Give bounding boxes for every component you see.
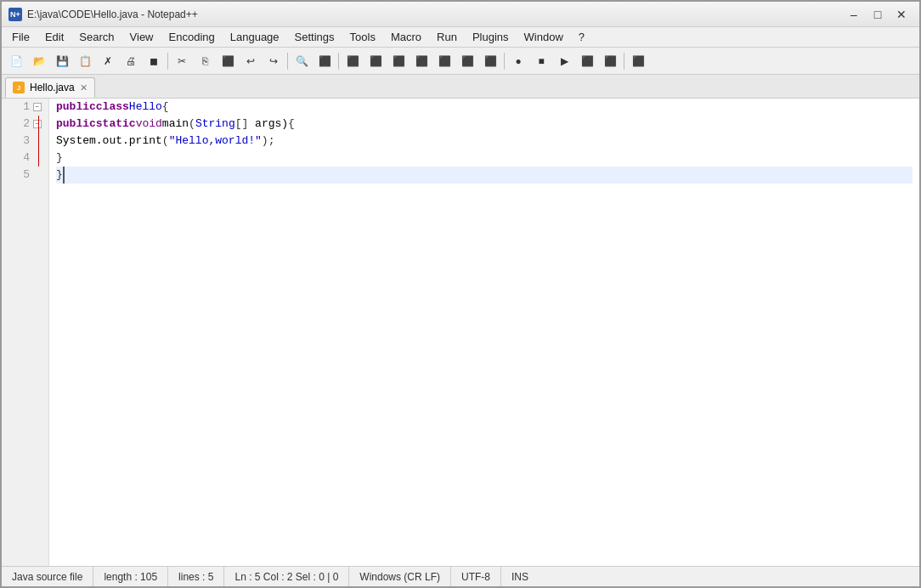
line-number-row-empty — [2, 387, 48, 404]
window-title: E:\java\CODE\Hello.java - Notepad++ — [27, 8, 843, 20]
code-area[interactable]: public class Hello{ public static void m… — [49, 99, 919, 566]
menu-item-window[interactable]: Window — [517, 29, 570, 45]
title-bar: N+ E:\java\CODE\Hello.java - Notepad++ –… — [2, 2, 919, 27]
menu-bar: FileEditSearchViewEncodingLanguageSettin… — [2, 27, 919, 48]
code-line-empty — [56, 302, 913, 319]
menu-item-macro[interactable]: Macro — [384, 29, 428, 45]
line-ending-status: Windows (CR LF) — [349, 567, 451, 586]
save-all-btn2[interactable]: 📋 — [74, 51, 96, 71]
code-line-empty — [56, 540, 913, 557]
fold-spacer — [33, 171, 42, 179]
menu-item-edit[interactable]: Edit — [38, 29, 71, 45]
btn-i[interactable]: ⬛ — [627, 51, 649, 71]
code-line-empty — [56, 201, 913, 218]
tab-file-icon: J — [13, 82, 25, 93]
fold-spacer — [33, 137, 42, 145]
menu-item-view[interactable]: View — [123, 29, 161, 45]
code-line-empty — [56, 523, 913, 540]
line-number-row-empty — [2, 489, 48, 506]
tab-hello-java[interactable]: J Hello.java ✕ — [5, 77, 95, 98]
menu-item-tools[interactable]: Tools — [343, 29, 382, 45]
btn-g[interactable]: ⬛ — [576, 51, 598, 71]
print-btn2[interactable]: 🖨 — [120, 51, 142, 71]
code-line: } — [56, 150, 913, 167]
position-status: Ln : 5 Col : 2 Sel : 0 | 0 — [224, 567, 349, 586]
code-line-empty — [56, 506, 913, 523]
code-line-empty — [56, 319, 913, 336]
line-number-row-empty — [2, 506, 48, 523]
line-number-row-empty — [2, 184, 48, 201]
find-btn2[interactable]: 🔍 — [291, 51, 313, 71]
menu-item-file[interactable]: File — [5, 29, 37, 45]
btn-h[interactable]: ⬛ — [599, 51, 621, 71]
code-line-empty — [56, 218, 913, 235]
save-btn2[interactable]: 💾 — [51, 51, 73, 71]
find-inc-btn[interactable]: ⬛ — [314, 51, 336, 71]
minimize-button[interactable]: – — [843, 6, 865, 23]
tab-close-button[interactable]: ✕ — [80, 82, 88, 93]
code-line-empty — [56, 235, 913, 252]
line-number-row-empty — [2, 421, 48, 438]
menu-item-?[interactable]: ? — [572, 29, 591, 45]
toolbar-separator — [338, 53, 339, 70]
toolbar-separator — [624, 53, 624, 70]
code-line-empty — [56, 336, 913, 353]
code-line: System.out.print("Hello,world!"); — [56, 133, 913, 150]
rec-btn[interactable]: ● — [507, 51, 529, 71]
app-icon: N+ — [8, 8, 22, 21]
btn-b[interactable]: ⬛ — [387, 51, 410, 71]
cut-btn2[interactable]: ✂ — [171, 51, 193, 71]
code-line: public static void main(String[] args){ — [56, 116, 913, 133]
line-number-row-empty — [2, 218, 48, 235]
btn-c[interactable]: ⬛ — [410, 51, 432, 71]
fold-marker[interactable]: − — [33, 103, 42, 111]
line-number-row-empty — [2, 557, 48, 566]
line-number-row-empty — [2, 455, 48, 472]
new-btn[interactable]: 📄 — [5, 51, 27, 71]
menu-item-run[interactable]: Run — [430, 29, 464, 45]
encoding-status: UTF-8 — [451, 567, 501, 586]
line-number: 3 — [13, 133, 30, 150]
menu-item-plugins[interactable]: Plugins — [466, 29, 516, 45]
code-line-empty — [56, 438, 913, 455]
menu-item-encoding[interactable]: Encoding — [162, 29, 222, 45]
play-btn[interactable]: ▶ — [553, 51, 575, 71]
line-number-row-empty — [2, 353, 48, 370]
paste-btn2[interactable]: ⬛ — [217, 51, 239, 71]
copy-btn2[interactable]: ⎘ — [194, 51, 216, 71]
menu-item-settings[interactable]: Settings — [288, 29, 342, 45]
maximize-button[interactable]: □ — [867, 6, 889, 23]
fold-line — [38, 133, 39, 150]
fold-marker[interactable]: − — [33, 120, 42, 128]
toolbar: 📄📂💾📋✗🖨◼✂⎘⬛↩↪🔍⬛⬛⬛⬛⬛⬛⬛⬛●■▶⬛⬛⬛ — [2, 48, 919, 75]
code-line-empty — [56, 286, 913, 302]
window-controls: – □ ✕ — [843, 6, 913, 23]
bookmarks-btn[interactable]: ⬛ — [342, 51, 364, 71]
print2-btn[interactable]: ◼ — [143, 51, 165, 71]
close-all-btn[interactable]: ✗ — [97, 51, 119, 71]
undo-btn2[interactable]: ↩ — [240, 51, 262, 71]
menu-item-language[interactable]: Language — [223, 29, 286, 45]
btn-f[interactable]: ⬛ — [479, 51, 501, 71]
stop-btn[interactable]: ■ — [530, 51, 552, 71]
line-number-row: 1− — [2, 99, 48, 116]
line-number-row: 2− — [2, 116, 48, 133]
line-number-row-empty — [2, 404, 48, 421]
code-line: public class Hello{ — [56, 99, 913, 116]
btn-e[interactable]: ⬛ — [456, 51, 478, 71]
close-button[interactable]: ✕ — [890, 6, 913, 23]
code-line-empty — [56, 184, 913, 201]
btn-a[interactable]: ⬛ — [364, 51, 387, 71]
fold-line — [38, 150, 39, 167]
line-number-row-empty — [2, 201, 48, 218]
open-btn[interactable]: 📂 — [28, 51, 50, 71]
code-line-empty — [56, 252, 913, 269]
redo-btn2[interactable]: ↪ — [263, 51, 285, 71]
code-line-empty — [56, 370, 913, 387]
tab-label: Hello.java — [30, 82, 75, 93]
btn-d[interactable]: ⬛ — [433, 51, 455, 71]
line-number-row-empty — [2, 269, 48, 286]
fold-line — [38, 116, 39, 133]
code-line: } — [56, 167, 913, 184]
menu-item-search[interactable]: Search — [72, 29, 121, 45]
